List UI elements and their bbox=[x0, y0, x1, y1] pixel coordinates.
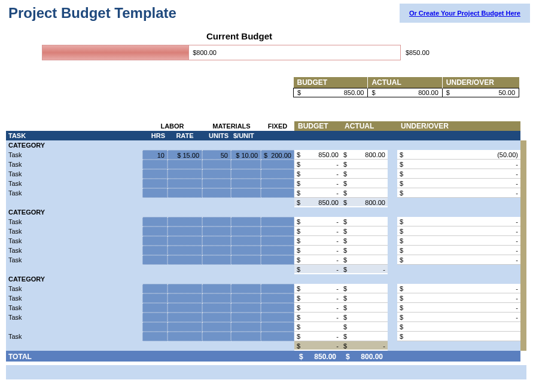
input-dpu[interactable] bbox=[231, 160, 261, 169]
input-hrs[interactable] bbox=[142, 179, 168, 188]
input-hrs[interactable] bbox=[142, 332, 168, 341]
input-units[interactable] bbox=[202, 179, 231, 188]
input-units[interactable] bbox=[202, 160, 231, 169]
input-hrs[interactable] bbox=[142, 188, 168, 198]
input-fixed[interactable] bbox=[261, 179, 294, 188]
input-fixed[interactable] bbox=[261, 246, 294, 255]
input-rate[interactable] bbox=[168, 322, 202, 332]
input-dpu[interactable] bbox=[231, 246, 261, 255]
input-units[interactable] bbox=[202, 332, 231, 341]
input-units[interactable] bbox=[202, 236, 231, 246]
money-cell: $- bbox=[397, 179, 520, 188]
input-fixed[interactable] bbox=[261, 169, 294, 179]
input-dpu[interactable] bbox=[231, 332, 261, 341]
money-cell: $ bbox=[341, 322, 388, 332]
col-actual: ACTUAL bbox=[341, 121, 388, 131]
input-fixed[interactable] bbox=[261, 303, 294, 313]
input-hrs[interactable] bbox=[142, 313, 168, 322]
input-units[interactable] bbox=[202, 255, 231, 265]
input-rate[interactable] bbox=[168, 313, 202, 322]
task-name: Task bbox=[6, 255, 142, 265]
input-fixed[interactable] bbox=[261, 313, 294, 322]
input-rate[interactable] bbox=[168, 179, 202, 188]
col-hrs: HRS bbox=[142, 131, 168, 140]
input-dpu[interactable] bbox=[231, 313, 261, 322]
budget-progress-label: $800.00 bbox=[189, 45, 400, 60]
input-hrs[interactable]: 10 bbox=[142, 150, 168, 160]
task-name: Task bbox=[6, 284, 142, 293]
input-fixed[interactable] bbox=[261, 188, 294, 198]
input-units[interactable] bbox=[202, 284, 231, 293]
input-rate[interactable] bbox=[168, 284, 202, 293]
task-name: Task bbox=[6, 236, 142, 246]
input-units[interactable] bbox=[202, 217, 231, 226]
input-units[interactable] bbox=[202, 226, 231, 236]
money-cell: $- bbox=[294, 169, 341, 179]
input-fixed[interactable] bbox=[261, 236, 294, 246]
money-cell: $- bbox=[397, 293, 520, 303]
input-fixed[interactable] bbox=[261, 160, 294, 169]
input-units[interactable] bbox=[202, 169, 231, 179]
input-hrs[interactable] bbox=[142, 246, 168, 255]
input-hrs[interactable] bbox=[142, 217, 168, 226]
input-hrs[interactable] bbox=[142, 293, 168, 303]
subtotal-budget: $850.00 bbox=[294, 198, 341, 206]
input-rate[interactable] bbox=[168, 160, 202, 169]
input-dpu[interactable] bbox=[231, 217, 261, 226]
input-rate[interactable] bbox=[168, 293, 202, 303]
input-fixed[interactable] bbox=[261, 322, 294, 332]
input-dpu[interactable] bbox=[231, 226, 261, 236]
input-fixed[interactable] bbox=[261, 284, 294, 293]
input-units[interactable] bbox=[202, 246, 231, 255]
page-title: Project Budget Template bbox=[6, 4, 176, 27]
input-rate[interactable] bbox=[168, 188, 202, 198]
input-dpu[interactable] bbox=[231, 255, 261, 265]
input-dpu[interactable] bbox=[231, 322, 261, 332]
input-hrs[interactable] bbox=[142, 169, 168, 179]
input-fixed[interactable] bbox=[261, 293, 294, 303]
task-name: Task bbox=[6, 179, 142, 188]
input-fixed[interactable] bbox=[261, 226, 294, 236]
input-dpu[interactable] bbox=[231, 284, 261, 293]
input-rate[interactable] bbox=[168, 217, 202, 226]
money-cell: $- bbox=[397, 236, 520, 246]
input-rate[interactable] bbox=[168, 246, 202, 255]
input-dpu[interactable] bbox=[231, 169, 261, 179]
input-units[interactable]: 50 bbox=[202, 150, 231, 160]
money-cell: $ bbox=[341, 236, 388, 246]
input-units[interactable] bbox=[202, 188, 231, 198]
money-cell: $ bbox=[341, 284, 388, 293]
input-fixed[interactable] bbox=[261, 217, 294, 226]
input-rate[interactable] bbox=[168, 255, 202, 265]
input-rate[interactable] bbox=[168, 226, 202, 236]
super-hdr-materials: MATERIALS bbox=[202, 121, 261, 131]
input-dpu[interactable] bbox=[231, 188, 261, 198]
input-hrs[interactable] bbox=[142, 255, 168, 265]
input-hrs[interactable] bbox=[142, 160, 168, 169]
input-rate[interactable] bbox=[168, 332, 202, 341]
input-dpu[interactable]: $ 10.00 bbox=[231, 150, 261, 160]
input-fixed[interactable]: $ 200.00 bbox=[261, 150, 294, 160]
create-budget-link[interactable]: Or Create Your Project Budget Here bbox=[409, 10, 520, 17]
input-fixed[interactable] bbox=[261, 255, 294, 265]
input-units[interactable] bbox=[202, 293, 231, 303]
input-rate[interactable] bbox=[168, 169, 202, 179]
input-rate[interactable]: $ 15.00 bbox=[168, 150, 202, 160]
input-hrs[interactable] bbox=[142, 236, 168, 246]
input-dpu[interactable] bbox=[231, 236, 261, 246]
input-hrs[interactable] bbox=[142, 322, 168, 332]
input-hrs[interactable] bbox=[142, 226, 168, 236]
input-hrs[interactable] bbox=[142, 284, 168, 293]
input-rate[interactable] bbox=[168, 303, 202, 313]
input-dpu[interactable] bbox=[231, 303, 261, 313]
input-fixed[interactable] bbox=[261, 332, 294, 341]
input-rate[interactable] bbox=[168, 236, 202, 246]
input-units[interactable] bbox=[202, 313, 231, 322]
input-dpu[interactable] bbox=[231, 293, 261, 303]
input-units[interactable] bbox=[202, 322, 231, 332]
input-hrs[interactable] bbox=[142, 303, 168, 313]
input-dpu[interactable] bbox=[231, 179, 261, 188]
money-cell: $ bbox=[341, 188, 388, 198]
input-units[interactable] bbox=[202, 303, 231, 313]
currency-symbol: $ bbox=[371, 89, 375, 96]
